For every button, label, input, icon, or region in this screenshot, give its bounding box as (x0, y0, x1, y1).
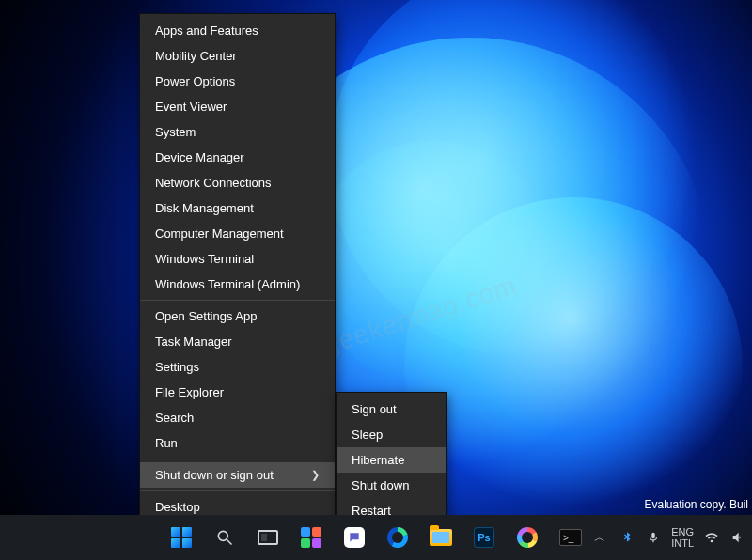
menu-item-file-explorer[interactable]: File Explorer (140, 380, 335, 405)
shutdown-submenu: Sign outSleepHibernateShut downRestart (336, 392, 446, 528)
terminal-button[interactable]: >_ (552, 519, 589, 556)
menu-item-label: System (155, 125, 196, 139)
taskbar-pinned-area: Ps>_ (163, 519, 589, 556)
submenu-item-label: Sleep (352, 428, 383, 442)
start-icon (171, 527, 192, 548)
system-tray: ︿ ENG INTL (590, 515, 746, 560)
edge-icon (387, 527, 408, 548)
menu-item-label: Desktop (155, 500, 200, 514)
language-indicator[interactable]: ENG INTL (671, 526, 694, 549)
menu-item-mobility-center[interactable]: Mobility Center (140, 43, 335, 69)
desktop[interactable]: geekermag.com Evaluation copy. Buil Apps… (0, 0, 752, 560)
menu-item-open-settings-app[interactable]: Open Settings App (140, 303, 335, 329)
menu-item-label: Shut down or sign out (155, 468, 274, 482)
menu-item-label: Event Viewer (155, 100, 227, 114)
menu-item-label: Mobility Center (155, 49, 237, 63)
start-button[interactable] (163, 519, 200, 556)
bluetooth-icon[interactable] (619, 529, 635, 546)
menu-item-label: Power Options (155, 74, 235, 88)
menu-item-task-manager[interactable]: Task Manager (140, 329, 335, 354)
wifi-icon[interactable] (703, 529, 720, 546)
menu-item-label: Search (155, 411, 194, 425)
language-top: ENG (671, 526, 694, 537)
menu-item-event-viewer[interactable]: Event Viewer (140, 94, 335, 119)
menu-item-label: File Explorer (155, 385, 224, 399)
winx-context-menu: Apps and FeaturesMobility CenterPower Op… (139, 13, 336, 524)
wallpaper-petal (310, 141, 555, 385)
chevron-right-icon: ❯ (311, 469, 320, 481)
ps-icon: Ps (474, 527, 494, 548)
menu-item-device-manager[interactable]: Device Manager (140, 145, 335, 170)
submenu-item-label: Hibernate (352, 453, 404, 467)
submenu-item-label: Sign out (352, 402, 397, 416)
submenu-item-hibernate[interactable]: Hibernate (337, 447, 446, 473)
tray-overflow-button[interactable]: ︿ (590, 530, 609, 546)
edge-button[interactable] (379, 519, 416, 556)
menu-item-label: Windows Terminal (Admin) (155, 277, 300, 291)
submenu-item-sign-out[interactable]: Sign out (337, 397, 446, 422)
menu-item-label: Apps and Features (155, 23, 258, 38)
explorer-icon (430, 529, 452, 546)
menu-item-disk-management[interactable]: Disk Management (140, 195, 335, 221)
widgets-icon (301, 527, 321, 548)
menu-item-label: Disk Management (155, 201, 254, 215)
menu-item-search[interactable]: Search (140, 405, 335, 430)
paint-button[interactable] (509, 519, 546, 556)
menu-item-label: Open Settings App (155, 309, 257, 323)
photoshop-button[interactable]: Ps (465, 519, 503, 556)
menu-item-run[interactable]: Run (140, 430, 335, 456)
menu-item-computer-management[interactable]: Computer Management (140, 221, 335, 246)
menu-item-label: Task Manager (155, 334, 232, 349)
menu-item-shut-down-or-sign-out[interactable]: Shut down or sign out❯ (140, 462, 335, 488)
submenu-item-shut-down[interactable]: Shut down (337, 473, 446, 498)
menu-item-label: Settings (155, 360, 199, 374)
menu-item-label: Device Manager (155, 150, 244, 164)
chat-button[interactable] (336, 519, 373, 556)
submenu-item-label: Shut down (352, 478, 409, 492)
widgets-button[interactable] (292, 519, 330, 556)
menu-item-label: Computer Management (155, 226, 284, 241)
task-view-button[interactable] (249, 519, 287, 556)
language-bottom: INTL (671, 537, 694, 549)
search-button[interactable] (206, 519, 243, 556)
microphone-icon[interactable] (645, 529, 662, 546)
menu-item-network-connections[interactable]: Network Connections (140, 170, 335, 195)
menu-item-label: Run (155, 436, 178, 450)
menu-item-power-options[interactable]: Power Options (140, 69, 335, 94)
menu-item-windows-terminal[interactable]: Windows Terminal (140, 246, 335, 272)
menu-separator (140, 459, 335, 459)
paint-icon (517, 527, 538, 548)
menu-item-label: Windows Terminal (155, 252, 254, 266)
search-icon (215, 528, 234, 547)
term-icon: >_ (559, 529, 582, 546)
chat-icon (344, 527, 365, 548)
menu-separator (140, 490, 335, 491)
volume-icon[interactable] (729, 529, 746, 546)
menu-item-apps-and-features[interactable]: Apps and Features (140, 18, 335, 43)
svg-line-1 (227, 540, 232, 545)
file-explorer-button[interactable] (422, 519, 460, 556)
menu-separator (140, 300, 335, 301)
menu-item-settings[interactable]: Settings (140, 354, 335, 380)
menu-item-windows-terminal-admin[interactable]: Windows Terminal (Admin) (140, 272, 335, 297)
menu-item-label: Network Connections (155, 176, 272, 190)
taskbar: Ps>_ ︿ ENG INTL (0, 515, 752, 560)
taskview-icon (258, 530, 278, 545)
svg-point-0 (218, 531, 227, 540)
submenu-item-sleep[interactable]: Sleep (337, 422, 446, 447)
menu-item-system[interactable]: System (140, 119, 335, 145)
